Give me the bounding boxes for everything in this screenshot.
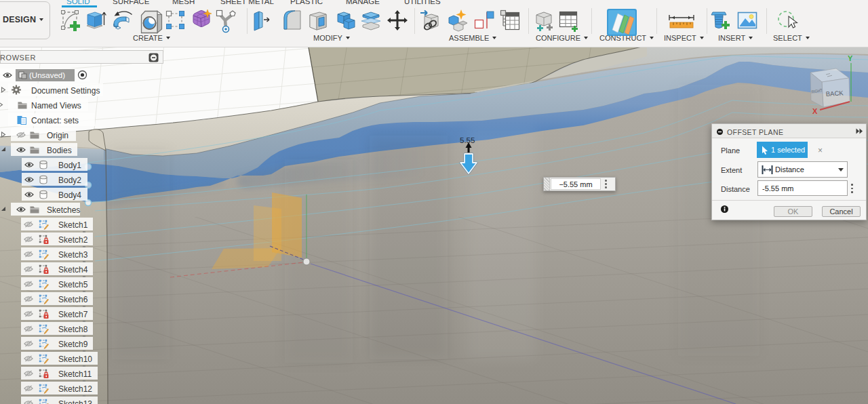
svg-text:X: X [812,107,818,115]
svg-text:BACK: BACK [825,89,844,98]
svg-text:Y: Y [848,54,853,62]
svg-text:5.55: 5.55 [460,136,475,144]
